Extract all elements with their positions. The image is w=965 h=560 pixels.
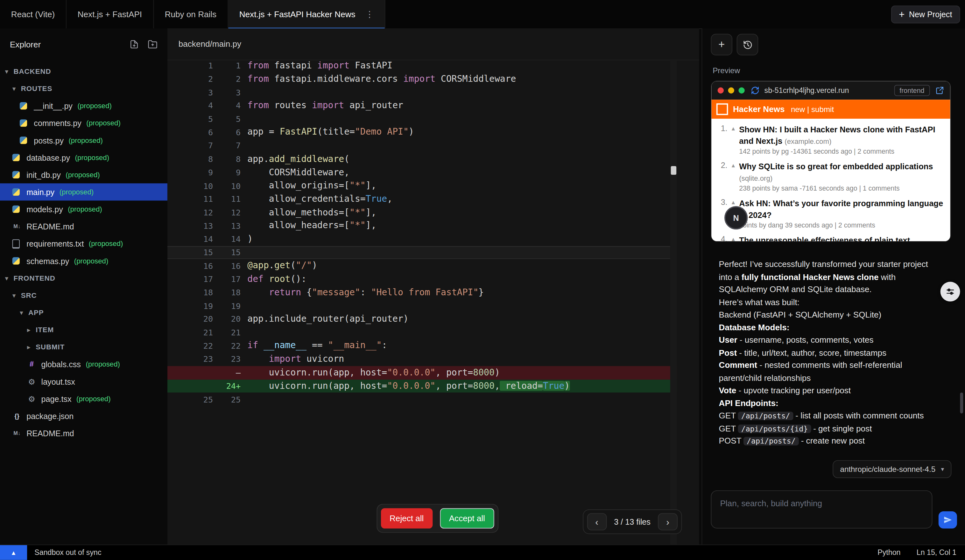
chat-input[interactable] bbox=[711, 491, 932, 516]
chat-paragraph: GET /api/posts/ - list all posts with co… bbox=[719, 410, 939, 423]
code-line[interactable]: 2121 bbox=[167, 326, 677, 339]
hn-title[interactable]: Show HN: I built a Hacker News clone wit… bbox=[739, 125, 935, 146]
model-selector[interactable]: anthropic/claude-sonnet-4.5 ▾ bbox=[833, 460, 951, 478]
folder-app[interactable]: ▾APP bbox=[0, 304, 167, 321]
code-text: allow_methods=["*"], bbox=[240, 206, 376, 219]
code-line[interactable]: 1616@app.get("/") bbox=[167, 259, 677, 273]
send-button[interactable] bbox=[939, 511, 957, 529]
folder-routes[interactable]: ▾ROUTES bbox=[0, 80, 167, 97]
code-line[interactable]: 88app.add_middleware( bbox=[167, 152, 677, 166]
folder-backend[interactable]: ▾BACKEND bbox=[0, 63, 167, 80]
tab-label: Next.js + FastAPI Hacker News bbox=[239, 10, 355, 19]
file-package-json[interactable]: {}package.json bbox=[0, 407, 167, 424]
hn-title[interactable]: Ask HN: What’s your favorite programming… bbox=[739, 199, 943, 220]
editor-scrollbar[interactable] bbox=[670, 59, 677, 545]
file-schemas-py[interactable]: schemas.py(proposed) bbox=[0, 252, 167, 269]
code-line[interactable]: 44from routes import api_router bbox=[167, 99, 677, 112]
hn-nav-links[interactable]: new | submit bbox=[791, 105, 834, 114]
code-line[interactable]: 77 bbox=[167, 139, 677, 152]
folder-item[interactable]: ▸ITEM bbox=[0, 321, 167, 338]
code-line[interactable]: 2323 import uvicorn bbox=[167, 353, 677, 366]
code-area[interactable]: 11from fastapi import FastAPI22from fast… bbox=[167, 59, 677, 406]
folder-frontend[interactable]: ▾FRONTEND bbox=[0, 269, 167, 287]
code-line[interactable]: 55 bbox=[167, 112, 677, 126]
chevron-down-icon: ▾ bbox=[5, 67, 13, 75]
file-page-tsx[interactable]: ⚙page.tsx(proposed) bbox=[0, 390, 167, 407]
code-line[interactable]: 66app = FastAPI(title="Demo API") bbox=[167, 126, 677, 139]
folder-label: FRONTEND bbox=[14, 274, 56, 282]
pager-next-button[interactable]: › bbox=[658, 513, 677, 531]
file-models-py[interactable]: models.py(proposed) bbox=[0, 201, 167, 218]
send-icon bbox=[943, 516, 952, 524]
settings-button[interactable] bbox=[940, 282, 960, 302]
new-project-button[interactable]: + New Project bbox=[891, 5, 960, 23]
editor-scrollbar-thumb[interactable] bbox=[671, 166, 676, 175]
tab-next-js-fastapi[interactable]: Next.js + FastAPI bbox=[67, 0, 154, 28]
frontend-badge: frontend bbox=[894, 85, 930, 96]
folder-src[interactable]: ▾SRC bbox=[0, 287, 167, 304]
file-layout-tsx[interactable]: ⚙layout.tsx bbox=[0, 373, 167, 390]
code-line[interactable]: 24+ uvicorn.run(app, host="0.0.0.0", por… bbox=[167, 379, 677, 393]
tab-label: Ruby on Rails bbox=[165, 10, 217, 19]
file-comments-py[interactable]: comments.py(proposed) bbox=[0, 114, 167, 132]
reject-all-button[interactable]: Reject all bbox=[381, 508, 433, 529]
file-globals-css[interactable]: #globals.css(proposed) bbox=[0, 356, 167, 373]
tab-menu-icon[interactable]: ⋮ bbox=[365, 9, 374, 19]
file-init-db-py[interactable]: init_db.py(proposed) bbox=[0, 166, 167, 183]
refresh-icon[interactable] bbox=[751, 86, 759, 95]
file-readme-md[interactable]: M↓README.md bbox=[0, 218, 167, 235]
code-line[interactable]: 1010 allow_origins=["*"], bbox=[167, 179, 677, 193]
upvote-icon[interactable]: ▲ bbox=[730, 237, 736, 242]
new-chat-button[interactable]: + bbox=[711, 34, 732, 56]
file-requirements-txt[interactable]: requirements.txt(proposed) bbox=[0, 235, 167, 252]
file-database-py[interactable]: database.py(proposed) bbox=[0, 149, 167, 166]
tab-next-js-fastapi-hacker-news[interactable]: Next.js + FastAPI Hacker News⋮ bbox=[228, 0, 386, 28]
chat-paragraph: Post - title, url/text, author, score, t… bbox=[719, 347, 939, 359]
line-number-old: 8 bbox=[167, 155, 213, 164]
hn-title[interactable]: The unreasonable effectiveness of plain … bbox=[739, 236, 910, 242]
upvote-icon[interactable]: ▲ bbox=[730, 126, 736, 155]
chat-paragraph: API Endpoints: bbox=[719, 397, 939, 410]
code-line[interactable]: 1212 allow_methods=["*"], bbox=[167, 206, 677, 219]
cursor-position[interactable]: Ln 15, Col 1 bbox=[917, 548, 957, 557]
code-line[interactable]: — uvicorn.run(app, host="0.0.0.0", port=… bbox=[167, 366, 677, 379]
file-main-py[interactable]: main.py(proposed) bbox=[0, 183, 167, 201]
upvote-icon[interactable]: ▲ bbox=[730, 162, 736, 192]
code-line[interactable]: 1818 return {"message": "Hello from Fast… bbox=[167, 286, 677, 299]
proposed-badge: (proposed) bbox=[69, 137, 103, 144]
new-file-icon[interactable] bbox=[129, 39, 139, 49]
code-line[interactable]: 2222if __name__ == "__main__": bbox=[167, 339, 677, 353]
line-number-old: 10 bbox=[167, 181, 213, 191]
new-folder-icon[interactable] bbox=[148, 39, 157, 49]
tab-react-vite[interactable]: React (Vite) bbox=[0, 0, 67, 28]
open-external-icon[interactable] bbox=[936, 86, 944, 95]
code-line[interactable]: 2020app.include_router(api_router) bbox=[167, 312, 677, 326]
file-readme-md[interactable]: M↓README.md bbox=[0, 424, 167, 442]
folder-submit[interactable]: ▸SUBMIT bbox=[0, 338, 167, 356]
tab-ruby-on-rails[interactable]: Ruby on Rails bbox=[154, 0, 228, 28]
chat-paragraph: Backend (FastAPI + SQLAlchemy + SQLite) bbox=[719, 309, 939, 322]
code-line[interactable]: 1414) bbox=[167, 233, 677, 246]
code-line[interactable]: 99 CORSMiddleware, bbox=[167, 166, 677, 179]
language-indicator[interactable]: Python bbox=[877, 548, 900, 557]
app-window: React (Vite)Next.js + FastAPIRuby on Rai… bbox=[0, 0, 965, 560]
file-posts-py[interactable]: posts.py(proposed) bbox=[0, 132, 167, 149]
chat-scrollbar[interactable] bbox=[960, 393, 963, 414]
code-line[interactable]: 22from fastapi.middleware.cors import CO… bbox=[167, 73, 677, 86]
code-line[interactable]: 2525 bbox=[167, 393, 677, 406]
code-line[interactable]: 1111 allow_credentials=True, bbox=[167, 193, 677, 206]
hn-header: Hacker News new | submit bbox=[711, 100, 950, 119]
pager-prev-button[interactable]: ‹ bbox=[587, 513, 607, 531]
code-line[interactable]: 1515 bbox=[167, 246, 677, 259]
accept-all-button[interactable]: Accept all bbox=[440, 508, 494, 529]
code-text: allow_origins=["*"], bbox=[240, 179, 376, 193]
code-line[interactable]: 1717def root(): bbox=[167, 273, 677, 286]
chevron-down-icon: ▾ bbox=[12, 291, 21, 299]
code-line[interactable]: 1313 allow_headers=["*"], bbox=[167, 219, 677, 233]
hn-title[interactable]: Why SQLite is so great for embedded appl… bbox=[739, 162, 933, 183]
code-line[interactable]: 11from fastapi import FastAPI bbox=[167, 59, 677, 73]
file-init-py[interactable]: __init__.py(proposed) bbox=[0, 97, 167, 114]
code-line[interactable]: 1919 bbox=[167, 299, 677, 312]
code-line[interactable]: 33 bbox=[167, 86, 677, 99]
history-button[interactable] bbox=[737, 34, 759, 56]
